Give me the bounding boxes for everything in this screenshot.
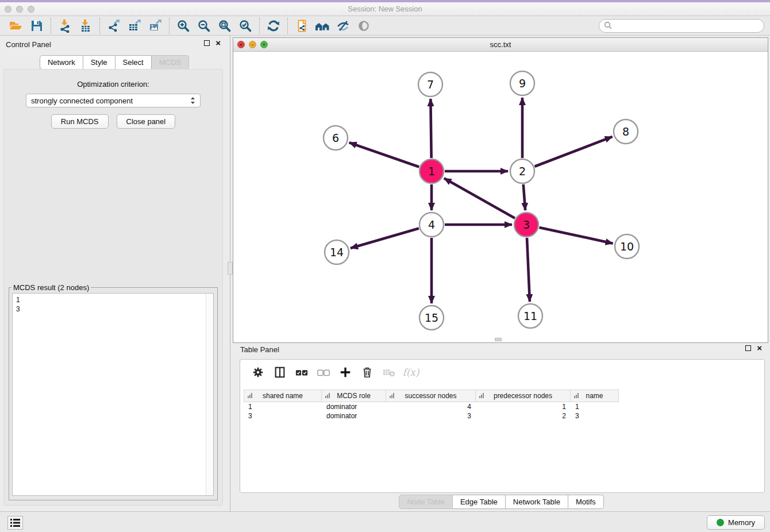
- control-panel-title: Control Panel: [6, 40, 51, 49]
- network-window-titlebar[interactable]: × − + scc.txt: [233, 38, 768, 52]
- open-session-button[interactable]: [6, 17, 26, 34]
- window-title: Session: New Session: [0, 5, 770, 13]
- graph-edge-4-14[interactable]: [351, 228, 419, 248]
- graph-node-9[interactable]: 9: [510, 71, 534, 95]
- graph-edge-1-6[interactable]: [349, 142, 419, 167]
- zoom-out-button[interactable]: [194, 17, 214, 34]
- import-table-button[interactable]: [75, 17, 96, 34]
- main-toolbar: [0, 16, 770, 36]
- import-table-icon: [79, 19, 93, 33]
- column-header[interactable]: successor nodes: [386, 390, 476, 402]
- table-cell[interactable]: 3: [244, 411, 322, 421]
- toolbar-separator: [51, 18, 51, 34]
- graph-edge-3-11[interactable]: [527, 238, 530, 302]
- criterion-dropdown[interactable]: strongly connected component: [26, 94, 201, 107]
- graph-node-1[interactable]: 1: [419, 159, 444, 183]
- memory-button[interactable]: Memory: [707, 515, 765, 530]
- home-button[interactable]: [312, 17, 333, 34]
- table-panel-header: Table Panel ×: [233, 343, 765, 357]
- hide-renderer-button[interactable]: [333, 17, 353, 34]
- tab-network-table[interactable]: Network Table: [506, 495, 568, 509]
- zoom-selected-button[interactable]: [235, 17, 256, 34]
- close-table-panel-icon[interactable]: ×: [757, 345, 762, 351]
- select-all-button[interactable]: [292, 364, 311, 381]
- column-header-label: shared name: [263, 392, 303, 400]
- zoom-fit-button[interactable]: [214, 17, 235, 34]
- table-cell[interactable]: 4: [386, 402, 476, 411]
- sort-hierarchy-icon: [479, 393, 485, 398]
- svg-text:15: 15: [425, 311, 438, 324]
- graph-edge-1-7[interactable]: [430, 99, 431, 158]
- table-mode-button[interactable]: [248, 364, 268, 381]
- show-columns-button[interactable]: [270, 364, 290, 381]
- svg-text:9: 9: [519, 77, 526, 90]
- panel-divider-grip[interactable]: [228, 262, 233, 275]
- result-scrollbar[interactable]: [206, 294, 213, 495]
- graph-node-11[interactable]: 11: [518, 304, 542, 328]
- add-column-button[interactable]: [336, 364, 355, 381]
- export-image-button[interactable]: [145, 17, 165, 34]
- import-network-button[interactable]: [55, 17, 75, 34]
- graph-node-14[interactable]: 14: [325, 240, 349, 264]
- close-panel-icon[interactable]: ×: [215, 40, 221, 46]
- delete-table-icon: [382, 366, 396, 379]
- float-table-panel-icon[interactable]: [745, 345, 751, 351]
- network-graph-svg[interactable]: 1234678910111415: [233, 52, 768, 342]
- table-cell[interactable]: 3: [571, 411, 619, 421]
- graph-node-15[interactable]: 15: [419, 306, 444, 330]
- network-graph-canvas[interactable]: 1234678910111415: [233, 52, 768, 342]
- graph-edge-3-1[interactable]: [444, 178, 515, 218]
- export-table-button[interactable]: [124, 17, 145, 34]
- duplicate-network-button[interactable]: [291, 17, 312, 34]
- table-row[interactable]: 3dominator323: [244, 411, 764, 421]
- graph-edge-2-8[interactable]: [534, 137, 612, 167]
- close-panel-button[interactable]: Close panel: [117, 114, 176, 129]
- graph-edge-3-10[interactable]: [539, 228, 613, 244]
- run-mcds-button[interactable]: Run MCDS: [51, 114, 109, 129]
- graph-node-10[interactable]: 10: [615, 234, 639, 259]
- table-row[interactable]: 1dominator411: [244, 402, 764, 411]
- search-field[interactable]: [599, 19, 764, 33]
- apply-layout-button[interactable]: [263, 17, 284, 34]
- table-cell[interactable]: 1: [476, 402, 571, 411]
- column-header[interactable]: shared name: [244, 390, 322, 402]
- status-menu-button[interactable]: [7, 516, 23, 530]
- trash-icon: [361, 366, 374, 379]
- delete-column-button[interactable]: [357, 364, 377, 381]
- tab-edge-table[interactable]: Edge Table: [453, 495, 506, 509]
- graph-node-4[interactable]: 4: [419, 213, 444, 237]
- graph-node-3[interactable]: 3: [514, 213, 538, 237]
- tab-select[interactable]: Select: [116, 55, 152, 70]
- graph-node-7[interactable]: 7: [418, 72, 442, 97]
- table-cell[interactable]: 3: [386, 411, 476, 421]
- horizontal-scroll-grip[interactable]: [495, 338, 502, 341]
- tab-motifs[interactable]: Motifs: [568, 495, 604, 509]
- search-input[interactable]: [613, 22, 759, 30]
- table-cell[interactable]: 2: [476, 411, 571, 421]
- node-table-header: shared nameMCDS rolesuccessor nodesprede…: [244, 390, 764, 402]
- graph-node-8[interactable]: 8: [614, 119, 638, 144]
- delete-table-button[interactable]: [379, 364, 399, 381]
- column-header[interactable]: predecessor nodes: [476, 390, 571, 402]
- export-network-button[interactable]: [103, 17, 124, 34]
- tab-network[interactable]: Network: [40, 55, 83, 70]
- zoom-in-button[interactable]: [173, 17, 194, 34]
- table-cell[interactable]: dominator: [322, 411, 386, 421]
- tab-node-table[interactable]: Node Table: [399, 495, 453, 509]
- column-header[interactable]: name: [571, 390, 619, 402]
- deselect-all-button[interactable]: [314, 364, 333, 381]
- graph-edge-2-3[interactable]: [523, 184, 525, 210]
- mcds-result-box[interactable]: 1 3: [12, 293, 214, 496]
- table-cell[interactable]: 1: [571, 402, 619, 411]
- table-cell[interactable]: dominator: [322, 402, 386, 411]
- graph-node-2[interactable]: 2: [510, 159, 534, 183]
- column-header[interactable]: MCDS role: [322, 390, 386, 402]
- function-builder-button[interactable]: f(x): [401, 364, 421, 381]
- tab-mcds[interactable]: MCDS: [152, 55, 189, 70]
- graph-node-6[interactable]: 6: [324, 126, 348, 150]
- save-session-button[interactable]: [26, 17, 47, 34]
- table-cell[interactable]: 1: [244, 402, 322, 411]
- float-panel-icon[interactable]: [204, 40, 210, 46]
- tab-style[interactable]: Style: [83, 55, 116, 70]
- toggle-view-button[interactable]: [353, 17, 374, 34]
